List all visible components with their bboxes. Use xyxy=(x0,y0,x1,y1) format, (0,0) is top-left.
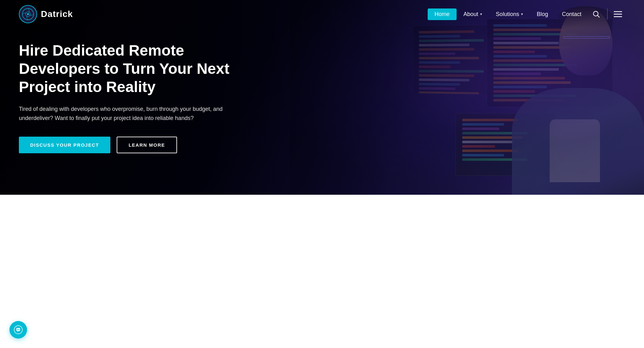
svg-line-4 xyxy=(597,15,599,17)
nav-blog[interactable]: Blog xyxy=(530,8,555,20)
logo-icon xyxy=(19,5,37,23)
brand-name: Datrick xyxy=(41,9,73,19)
svg-point-10 xyxy=(18,329,19,330)
learn-more-button[interactable]: LEARN MORE xyxy=(117,137,177,153)
discuss-project-button[interactable]: DISCUSS YOUR PROJECT xyxy=(19,137,110,153)
svg-point-11 xyxy=(19,329,19,330)
nav-links: Home About ▾ Solutions ▾ Blog Contact xyxy=(428,8,625,20)
hero-section: Hire Dedicated Remote Developers to Turn… xyxy=(0,0,644,195)
floating-chat-button[interactable] xyxy=(9,321,27,339)
hamburger-menu-button[interactable] xyxy=(611,8,625,20)
hero-title: Hire Dedicated Remote Developers to Turn… xyxy=(19,41,252,96)
hero-buttons: DISCUSS YOUR PROJECT LEARN MORE xyxy=(19,137,252,153)
svg-point-2 xyxy=(27,13,29,15)
hero-content: Hire Dedicated Remote Developers to Turn… xyxy=(0,41,270,153)
svg-point-9 xyxy=(17,329,18,330)
chevron-down-icon: ▾ xyxy=(480,12,482,16)
hero-subtitle: Tired of dealing with developers who ove… xyxy=(19,105,252,123)
nav-divider xyxy=(607,8,608,20)
nav-solutions[interactable]: Solutions ▾ xyxy=(489,8,530,20)
nav-home[interactable]: Home xyxy=(428,8,457,20)
logo[interactable]: Datrick xyxy=(19,5,73,23)
search-button[interactable] xyxy=(588,8,604,20)
below-hero-section xyxy=(0,195,644,348)
navbar: Datrick Home About ▾ Solutions ▾ Blog Co… xyxy=(0,0,644,28)
nav-contact[interactable]: Contact xyxy=(555,8,588,20)
nav-about[interactable]: About ▾ xyxy=(457,8,489,20)
chevron-down-icon: ▾ xyxy=(521,12,523,16)
